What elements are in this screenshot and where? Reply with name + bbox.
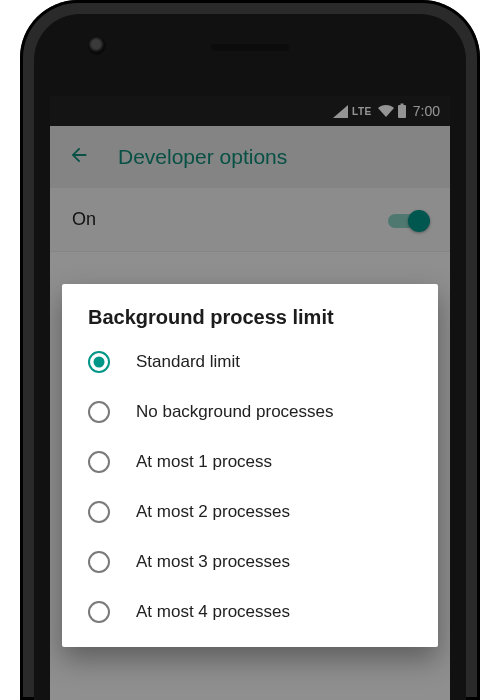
phone-speaker <box>211 44 289 51</box>
screen: LTE 7:00 Developer options On Background… <box>50 96 450 700</box>
radio-label: At most 2 processes <box>136 502 290 522</box>
radio-option[interactable]: At most 3 processes <box>62 537 438 587</box>
radio-label: At most 1 process <box>136 452 272 472</box>
radio-label: Standard limit <box>136 352 240 372</box>
radio-label: At most 4 processes <box>136 602 290 622</box>
radio-icon <box>88 401 110 423</box>
radio-icon <box>88 601 110 623</box>
radio-option[interactable]: Standard limit <box>62 337 438 387</box>
radio-icon <box>88 501 110 523</box>
radio-label: No background processes <box>136 402 334 422</box>
radio-option[interactable]: At most 2 processes <box>62 487 438 537</box>
radio-icon <box>88 451 110 473</box>
radio-option[interactable]: At most 1 process <box>62 437 438 487</box>
radio-list: Standard limitNo background processesAt … <box>62 337 438 637</box>
dialog-title: Background process limit <box>62 306 438 337</box>
radio-icon <box>88 551 110 573</box>
radio-label: At most 3 processes <box>136 552 290 572</box>
radio-option[interactable]: No background processes <box>62 387 438 437</box>
phone-camera <box>88 37 106 55</box>
radio-option[interactable]: At most 4 processes <box>62 587 438 637</box>
process-limit-dialog: Background process limit Standard limitN… <box>62 284 438 647</box>
radio-icon <box>88 351 110 373</box>
